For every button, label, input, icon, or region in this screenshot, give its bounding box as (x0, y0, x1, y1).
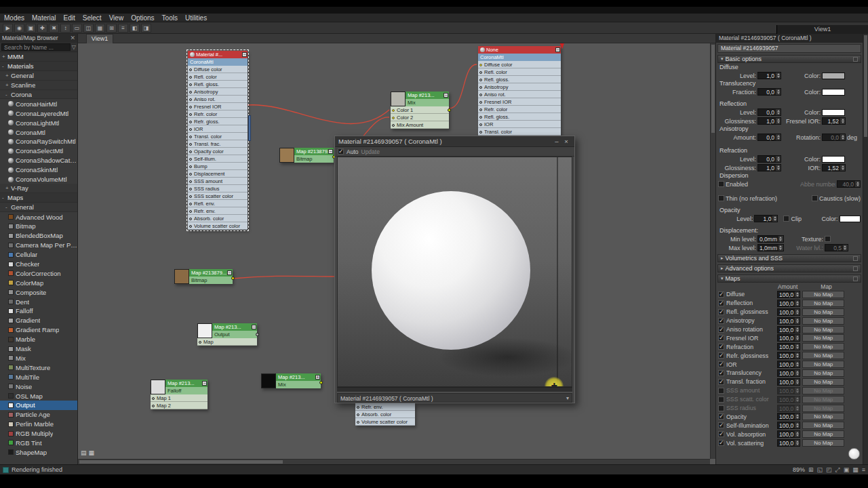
browser-item-mix[interactable]: Mix (0, 354, 77, 363)
node-slot-refr-color[interactable]: Refr. color (188, 110, 248, 118)
browser-item-multitile[interactable]: MultiTile (0, 372, 77, 382)
graph-node-bitmap-top[interactable]: Map #213879...−Bitmap (279, 148, 334, 163)
map-slot-button[interactable]: No Map (802, 439, 844, 447)
dispersion-enabled-checkbox[interactable] (718, 181, 724, 187)
zoom-extents-icon[interactable]: ▣ (844, 466, 850, 473)
preview-separator[interactable] (337, 387, 572, 392)
slot-socket-icon[interactable] (199, 341, 201, 344)
node-type-label[interactable]: Bitmap (189, 277, 233, 284)
select-tool-icon[interactable]: ▶ (3, 24, 13, 33)
browser-item-coronahairmtl[interactable]: CoronaHairMtl (0, 99, 77, 108)
show-shaded-material-icon[interactable]: ◫ (83, 24, 94, 33)
browser-item-falloff[interactable]: Falloff (0, 306, 77, 316)
node-title[interactable]: None− (478, 46, 561, 54)
node-title[interactable]: Map #213...− (165, 380, 208, 387)
zoom-view-icon[interactable]: ▦ (89, 449, 95, 456)
rollout-volumetrics-sss[interactable]: ▸ Volumetrics and SSS (717, 254, 861, 262)
slot-socket-icon[interactable] (392, 117, 395, 119)
browser-item-colorcorrection[interactable]: ColorCorrection (0, 268, 77, 278)
update-button[interactable]: Update (361, 148, 380, 155)
node-type-label[interactable]: CoronaMtl (188, 58, 248, 66)
slot-socket-icon[interactable] (189, 195, 192, 198)
displacement-max-spinner[interactable]: 1,0mm (757, 244, 784, 251)
browser-item-coronalightmtl[interactable]: CoronaLightMtl (0, 118, 77, 127)
node-slot-transl-color[interactable]: Transl. color (478, 128, 561, 136)
map-amount-spinner[interactable]: 100,0 (777, 291, 800, 298)
collapse-icon[interactable]: − (242, 52, 247, 57)
layout-all-icon[interactable]: ⊞ (106, 24, 117, 33)
browser-item-coronashadowcatc[interactable]: CoronaShadowCatc... (0, 156, 77, 165)
node-slot-volume-scatter-color[interactable]: Volume scatter color (355, 418, 415, 426)
browser-item-coronaselectmtl[interactable]: CoronaSelectMtl (0, 146, 77, 156)
expand-collapse-icon[interactable]: - (2, 63, 7, 69)
pick-material-icon[interactable]: ◉ (14, 24, 24, 33)
slot-socket-icon[interactable] (152, 405, 155, 407)
node-slot-refr-env[interactable]: Refr. env. (355, 403, 415, 411)
layout-children-icon[interactable]: ≡ (118, 24, 128, 33)
node-slot-volume-scatter-color[interactable]: Volume scatter color (188, 222, 248, 230)
expand-collapse-icon[interactable]: - (2, 195, 7, 201)
node-output-socket[interactable] (231, 277, 235, 280)
node-slot-refl-gloss[interactable]: Refl. gloss. (478, 76, 561, 83)
expand-collapse-icon[interactable]: - (5, 92, 11, 98)
node-slot-map-1[interactable]: Map 1 (151, 394, 208, 402)
node-title[interactable]: Map #213879...− (189, 269, 233, 277)
map-amount-spinner[interactable]: 100,0 (777, 396, 800, 403)
browser-item-particle-age[interactable]: Particle Age (0, 410, 77, 420)
node-type-label[interactable]: Mix (406, 99, 449, 106)
auto-update-checkbox[interactable] (338, 148, 344, 155)
map-slot-button[interactable]: No Map (802, 317, 844, 325)
map-enable-checkbox[interactable] (718, 440, 724, 446)
node-output-socket[interactable] (256, 333, 259, 336)
browser-item-output[interactable]: Output (0, 401, 77, 410)
map-amount-spinner[interactable]: 100,0 (777, 317, 800, 325)
reflection-level-spinner[interactable]: 0,0 (757, 108, 781, 116)
map-enable-checkbox[interactable] (718, 291, 724, 298)
browser-item-corona[interactable]: -Corona (0, 90, 77, 100)
node-slot-sss-radius[interactable]: SSS radius (188, 185, 248, 192)
map-amount-spinner[interactable]: 100,0 (777, 405, 800, 412)
node-title[interactable]: Map #213879...− (294, 148, 334, 155)
node-type-label[interactable]: Falloff (165, 387, 208, 394)
hide-unused-nodeslots-icon[interactable]: ▭ (72, 24, 82, 33)
anisotropy-amount-spinner[interactable]: 0,0 (757, 134, 781, 141)
node-slot-refl-gloss[interactable]: Refl. gloss. (478, 113, 561, 121)
map-amount-spinner[interactable]: 100,0 (777, 334, 800, 342)
maximize-view-icon[interactable]: ≡ (862, 466, 865, 473)
expand-collapse-icon[interactable]: - (5, 204, 11, 210)
slot-socket-icon[interactable] (189, 113, 192, 116)
map-amount-spinner[interactable]: 100,0 (777, 369, 800, 377)
graph-node-hidden-material-bottom[interactable]: Refr. env.Absorb. colorVolume scatter co… (355, 403, 415, 426)
browser-item-coronarayswitchmtl[interactable]: CoronaRaySwitchMtl (0, 137, 77, 146)
slot-socket-icon[interactable] (189, 76, 192, 79)
browser-item-camera-map-per-pixel[interactable]: Camera Map Per Pixel (0, 241, 77, 250)
map-enable-checkbox[interactable] (718, 388, 724, 394)
browser-item-osl-map[interactable]: OSL Map (0, 391, 77, 401)
node-slot-refr-color[interactable]: Refr. color (478, 106, 561, 113)
map-enable-checkbox[interactable] (718, 327, 724, 333)
node-output-socket[interactable] (319, 381, 323, 384)
inspector-scrollbar[interactable] (863, 34, 868, 464)
map-enable-checkbox[interactable] (718, 370, 724, 376)
browser-item-rgb-tint[interactable]: RGB Tint (0, 439, 77, 448)
map-slot-button[interactable]: No Map (802, 361, 844, 368)
collapse-icon[interactable]: − (328, 149, 333, 154)
menu-utilities[interactable]: Utilities (185, 14, 207, 22)
node-title[interactable]: Map #213...− (406, 92, 449, 99)
map-enable-checkbox[interactable] (718, 379, 724, 385)
map-amount-spinner[interactable]: 100,0 (777, 352, 800, 359)
map-amount-spinner[interactable]: 100,0 (777, 361, 800, 368)
menu-modes[interactable]: Modes (4, 14, 24, 22)
graph-node-bitmap-main[interactable]: Map #213879...−Bitmap (174, 269, 233, 284)
collapse-icon[interactable]: − (443, 93, 448, 98)
graph-node-output-map[interactable]: Map #213...−OutputMap (197, 323, 257, 346)
slot-socket-icon[interactable] (392, 124, 395, 127)
browser-item-coronamtl[interactable]: CoronaMtl (0, 127, 77, 137)
menu-tools[interactable]: Tools (162, 14, 178, 22)
browser-header[interactable]: Material/Map Browser ✕ (0, 34, 77, 43)
menu-view[interactable]: View (109, 14, 124, 22)
material-name-field[interactable]: Material #2146939057 (717, 44, 861, 53)
node-slot-displacement[interactable]: Displacement (188, 170, 248, 178)
node-canvas[interactable]: Material #...−CoronaMtlDiffuse colorRefl… (78, 43, 715, 464)
node-slot-refl-gloss[interactable]: Refl. gloss. (188, 81, 248, 88)
